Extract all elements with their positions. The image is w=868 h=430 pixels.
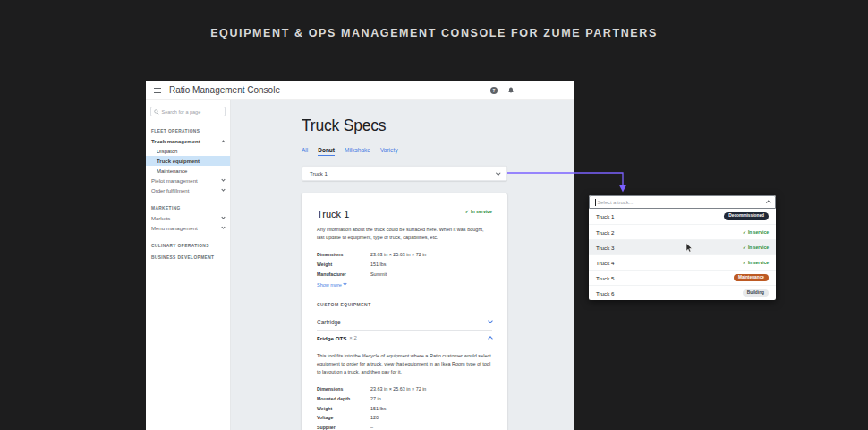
truck-search-input[interactable]: Select a truck... [589,195,776,209]
nav-section-business-development[interactable]: BUSINESS DEVELOPMENT [146,251,230,262]
sidebar-item-markets[interactable]: Markets [146,213,230,223]
artboard-banner: EQUIPMENT & OPS MANAGEMENT CONSOLE FOR Z… [0,27,868,39]
status-badge-building: Building [743,289,769,297]
spec-row: Voltage 120 [317,413,492,423]
option-truck-1[interactable]: Truck 1 Decommissioned [589,209,776,224]
tab-donut[interactable]: Donut [318,147,335,156]
app-window: Ratio Management Console ? Search for a … [146,81,574,430]
chevron-up-icon [221,140,225,143]
truck-select-value: Truck 1 [310,171,328,176]
status-in-service: ✓ In service [743,229,769,235]
app-body: Search for a page FLEET OPERATIONS Truck… [146,100,574,430]
chevron-down-icon [496,170,500,175]
equipment-list: Cartridge Fridge OTS × 2 This t [317,314,492,430]
page-title: Truck Specs [302,116,507,135]
chevron-down-icon [221,215,225,219]
status-in-service: ✓ In service [743,245,769,250]
bell-icon[interactable] [507,87,515,94]
page-banner-title: EQUIPMENT & OPS MANAGEMENT CONSOLE FOR Z… [0,27,868,39]
chevron-up-icon [766,201,770,205]
nav-section-culinary-operations[interactable]: CULINARY OPERATIONS [146,239,230,251]
app-title: Ratio Management Console [169,85,280,95]
equipment-item-cartridge: Cartridge [317,314,492,330]
equipment-detail: This tool fits into the lifecycle of equ… [317,352,492,430]
status-badge: ✓ In service [465,209,492,214]
menu-icon[interactable] [154,88,161,93]
sidebar: Search for a page FLEET OPERATIONS Truck… [146,100,231,430]
sidebar-item-truck-equipment[interactable]: Truck equipment [146,156,230,166]
spec-row: Weight 151 lbs [317,403,492,413]
sidebar-item-order-fulfillment[interactable]: Order fulfillment [146,185,230,195]
sidebar-item-maintenance[interactable]: Maintenance [146,166,230,176]
truck-card-title: Truck 1 [317,209,349,219]
option-truck-5[interactable]: Truck 5 Maintenance [589,270,776,285]
show-more-link[interactable]: Show more [317,282,492,288]
chevron-down-icon [221,225,225,228]
chevron-down-icon [221,187,225,191]
option-truck-3[interactable]: Truck 3 ✓ In service [589,239,776,254]
truck-description: Any information about the truck could be… [317,226,492,242]
spec-row: Weight 151 lbs [317,260,492,270]
tab-bar: All Donut Milkshake Variety [302,147,507,156]
app-header: Ratio Management Console ? [146,81,574,100]
spec-row: Supplier – [317,422,492,430]
chevron-down-icon [221,177,225,181]
equipment-item-fridge-ots: Fridge OTS × 2 This tool fits into the l… [317,330,492,430]
truck-select-popup: Select a truck... Truck 1 Decommissioned… [589,195,776,300]
help-icon[interactable]: ? [490,87,498,94]
tab-milkshake[interactable]: Milkshake [345,147,370,156]
truck-search-placeholder: Select a truck... [598,200,634,205]
spec-row: Manufacturer Summit [317,269,492,279]
search-placeholder: Search for a page [162,109,201,115]
custom-equipment-label: CUSTOM EQUIPMENT [317,302,492,307]
sidebar-item-truck-management[interactable]: Truck management [146,136,230,146]
search-input[interactable]: Search for a page [150,107,226,116]
check-icon: ✓ [465,209,469,214]
option-truck-6[interactable]: Truck 6 Building [589,285,776,300]
status-badge-decommissioned: Decommissioned [724,212,769,220]
chevron-down-icon [488,319,493,324]
equipment-accordion-cartridge[interactable]: Cartridge [317,314,492,330]
chevron-up-icon [488,337,493,342]
option-truck-4[interactable]: Truck 4 ✓ In service [589,254,776,270]
spec-row: Dimensions 23.63 in × 25.63 in × 72 in [317,250,492,260]
check-icon: ✓ [743,245,746,250]
main-content: Truck Specs All Donut Milkshake Variety … [231,100,574,430]
truck-detail-card: Truck 1 ✓ In service Any information abo… [302,194,507,430]
tab-all[interactable]: All [302,147,308,156]
equipment-accordion-fridge-ots[interactable]: Fridge OTS × 2 [317,331,492,346]
equipment-quantity: × 2 [349,335,357,340]
status-in-service: ✓ In service [743,260,769,265]
spec-row: Dimensions 23.63 in × 25.63 in × 72 in [317,384,492,394]
option-truck-2[interactable]: Truck 2 ✓ In service [589,224,776,239]
header-actions: ? [490,87,515,94]
status-badge-maintenance: Maintenance [734,274,769,282]
check-icon: ✓ [743,260,746,265]
equipment-specs-table: Dimensions 23.63 in × 25.63 in × 72 in M… [317,384,492,430]
equipment-description: This tool fits into the lifecycle of equ… [317,352,492,376]
text-caret [595,199,596,206]
chevron-down-icon [343,282,346,286]
tab-variety[interactable]: Variety [380,147,398,156]
spec-row: Mounted depth 27 in [317,394,492,404]
nav-section-marketing: MARKETING [146,202,230,213]
search-icon [154,109,159,115]
truck-specs-table: Dimensions 23.63 in × 25.63 in × 72 in W… [317,250,492,279]
nav-section-fleet-operations: FLEET OPERATIONS [146,125,230,136]
sidebar-item-menu-management[interactable]: Menu management [146,223,230,233]
check-icon: ✓ [743,229,746,235]
sidebar-item-pielot-management[interactable]: Pielot management [146,176,230,185]
sidebar-item-dispatch[interactable]: Dispatch [146,146,230,156]
truck-select[interactable]: Truck 1 [302,166,507,181]
